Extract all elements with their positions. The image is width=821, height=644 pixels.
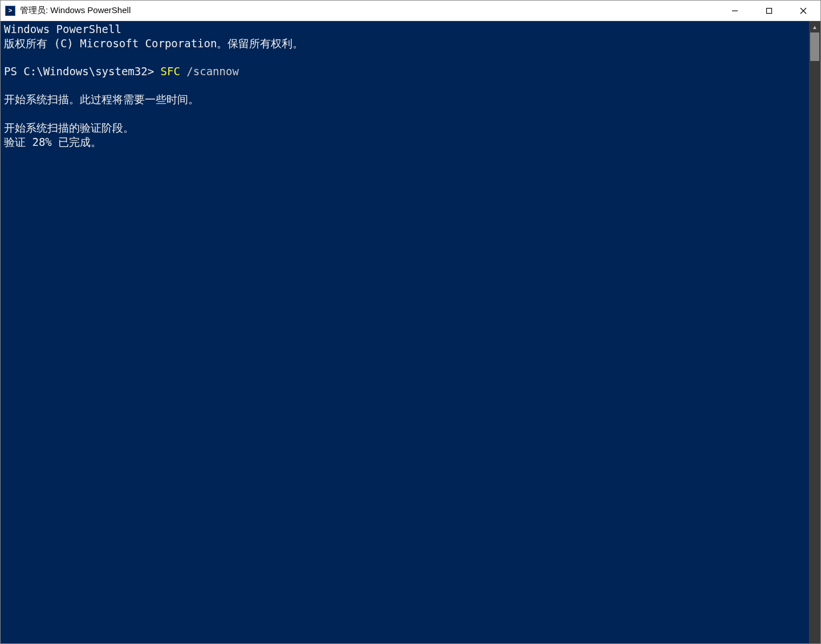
- output-header2: 版权所有 (C) Microsoft Corporation。保留所有权利。: [4, 36, 806, 51]
- output-line-2: 开始系统扫描的验证阶段。: [4, 121, 806, 135]
- vertical-scrollbar[interactable]: ▲: [809, 21, 820, 643]
- close-button[interactable]: [786, 1, 820, 21]
- blank-line: [4, 107, 806, 121]
- command-name: SFC: [161, 65, 180, 78]
- command-args: /scannow: [180, 65, 239, 78]
- scroll-up-arrow-icon[interactable]: ▲: [809, 21, 820, 32]
- titlebar-left: 管理员: Windows PowerShell: [1, 5, 131, 16]
- minimize-icon: [731, 7, 738, 14]
- prompt-line: PS C:\Windows\system32> SFC /scannow: [4, 64, 806, 79]
- titlebar[interactable]: 管理员: Windows PowerShell: [1, 1, 820, 21]
- output-line-3: 验证 28% 已完成。: [4, 135, 806, 149]
- maximize-button[interactable]: [752, 1, 786, 21]
- close-icon: [800, 7, 807, 14]
- window-title: 管理员: Windows PowerShell: [20, 5, 131, 16]
- svg-rect-1: [767, 8, 772, 13]
- blank-line: [4, 50, 806, 64]
- blank-line: [4, 79, 806, 93]
- maximize-icon: [766, 7, 773, 14]
- powershell-window: 管理员: Windows PowerShell Windows PowerShe…: [0, 0, 821, 644]
- scroll-thumb[interactable]: [810, 32, 819, 61]
- prompt-text: PS C:\Windows\system32>: [4, 65, 161, 78]
- terminal-area: Windows PowerShell版权所有 (C) Microsoft Cor…: [1, 21, 820, 643]
- output-header1: Windows PowerShell: [4, 22, 806, 36]
- output-line-1: 开始系统扫描。此过程将需要一些时间。: [4, 92, 806, 107]
- window-controls: [718, 1, 820, 21]
- minimize-button[interactable]: [718, 1, 752, 21]
- terminal-output[interactable]: Windows PowerShell版权所有 (C) Microsoft Cor…: [1, 21, 809, 643]
- powershell-icon: [5, 6, 15, 16]
